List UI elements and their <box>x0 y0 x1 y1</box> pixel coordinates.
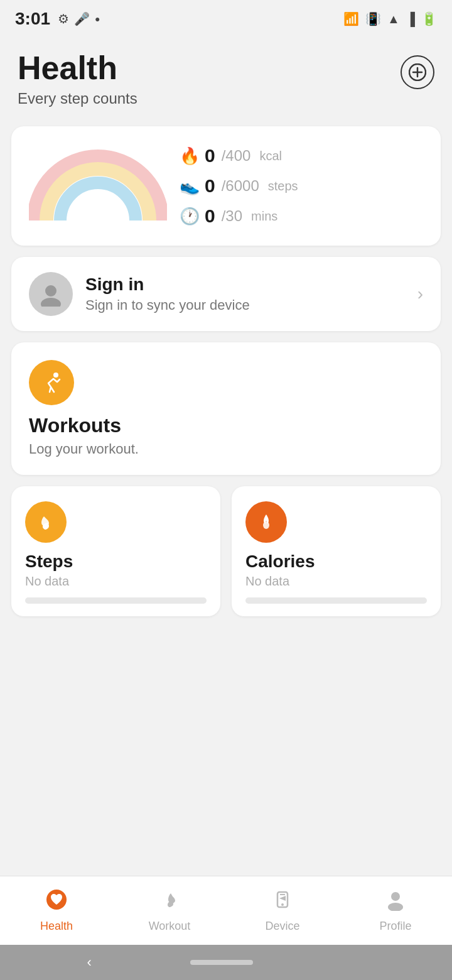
workout-nav-label: Workout <box>149 920 191 933</box>
calories-goal: /400 <box>222 147 251 165</box>
mins-goal: /30 <box>222 207 242 225</box>
profile-nav-label: Profile <box>379 920 411 933</box>
steps-unit: steps <box>268 179 298 193</box>
nav-profile[interactable]: Profile <box>339 876 452 945</box>
flame-icon: 🔥 <box>180 146 198 166</box>
steps-card-subtitle: No data <box>25 574 207 589</box>
svg-point-10 <box>391 892 400 901</box>
signal-icon: ▐ <box>406 12 415 26</box>
steps-card-title: Steps <box>25 552 207 572</box>
workout-icon-circle <box>29 360 74 405</box>
calories-card-title: Calories <box>245 552 427 572</box>
status-bar-left: 3:01 ⚙ 🎤 ● <box>15 9 100 29</box>
rainbow-visual <box>29 148 167 224</box>
calories-icon-circle <box>245 501 287 543</box>
profile-nav-icon <box>384 888 407 916</box>
add-button[interactable] <box>401 55 434 89</box>
nav-device[interactable]: Device <box>226 876 339 945</box>
avatar <box>29 272 73 316</box>
shoe-icon: 👟 <box>180 177 198 196</box>
mins-current: 0 <box>205 205 215 227</box>
page-subtitle: Every step counts <box>18 90 137 107</box>
steps-icon-circle <box>25 501 67 543</box>
gear-icon: ⚙ <box>58 11 69 26</box>
data-grid: Steps No data Calories No data <box>11 486 441 616</box>
back-button[interactable]: ‹ <box>87 954 91 971</box>
status-time: 3:01 <box>15 9 50 29</box>
health-nav-icon <box>45 888 68 916</box>
status-icons: ⚙ 🎤 ● <box>58 11 100 26</box>
wifi-icon: ▲ <box>387 12 400 26</box>
svg-point-4 <box>41 298 61 307</box>
calories-stat: 🔥 0 /400 kcal <box>180 145 423 166</box>
header: Health Every step counts <box>0 38 452 126</box>
calories-bar <box>245 597 427 604</box>
workouts-subtitle: Log your workout. <box>29 441 423 457</box>
signin-subtitle: Sign in to sync your device <box>85 297 405 313</box>
signin-text: Sign in Sign in to sync your device <box>85 275 405 313</box>
header-text: Health Every step counts <box>18 50 137 107</box>
bottom-nav: Health Workout Device <box>0 876 452 945</box>
workouts-card[interactable]: Workouts Log your workout. <box>11 342 441 475</box>
svg-point-5 <box>53 373 58 378</box>
system-nav: ‹ <box>0 945 452 980</box>
svg-point-11 <box>388 903 403 911</box>
calories-card-subtitle: No data <box>245 574 427 589</box>
svg-point-3 <box>45 285 56 297</box>
status-bar-right: 📶 📳 ▲ ▐ 🔋 <box>343 11 437 26</box>
page-title: Health <box>18 50 137 86</box>
vibrate-icon: 📳 <box>365 11 381 26</box>
mins-stat: 🕐 0 /30 mins <box>180 205 423 227</box>
clock-icon: 🕐 <box>180 207 198 226</box>
steps-stat: 👟 0 /6000 steps <box>180 175 423 197</box>
device-nav-label: Device <box>265 920 299 933</box>
health-nav-label: Health <box>40 920 73 933</box>
stats-card: 🔥 0 /400 kcal 👟 0 /6000 steps 🕐 0 /30 mi… <box>11 126 441 246</box>
mic-icon: 🎤 <box>74 11 90 26</box>
battery-icon: 🔋 <box>421 11 437 26</box>
calories-card[interactable]: Calories No data <box>232 486 441 616</box>
device-nav-icon <box>271 888 294 916</box>
workouts-title: Workouts <box>29 414 423 437</box>
status-bar: 3:01 ⚙ 🎤 ● 📶 📳 ▲ ▐ 🔋 <box>0 0 452 38</box>
signin-title: Sign in <box>85 275 405 295</box>
steps-bar <box>25 597 207 604</box>
calories-current: 0 <box>205 145 215 166</box>
signin-card[interactable]: Sign in Sign in to sync your device › <box>11 257 441 331</box>
calories-unit: kcal <box>259 149 282 163</box>
svg-point-6 <box>263 521 269 529</box>
bluetooth-icon: 📶 <box>343 11 359 26</box>
svg-point-9 <box>281 903 284 906</box>
chevron-right-icon: › <box>417 284 423 304</box>
stats-list: 🔥 0 /400 kcal 👟 0 /6000 steps 🕐 0 /30 mi… <box>180 145 423 227</box>
steps-card[interactable]: Steps No data <box>11 486 220 616</box>
dot-icon: ● <box>95 14 100 24</box>
steps-goal: /6000 <box>222 177 259 195</box>
nav-health[interactable]: Health <box>0 876 113 945</box>
home-pill[interactable] <box>190 960 253 965</box>
workout-nav-icon <box>158 888 181 916</box>
mins-unit: mins <box>251 209 277 224</box>
nav-workout[interactable]: Workout <box>113 876 226 945</box>
steps-current: 0 <box>205 175 215 197</box>
